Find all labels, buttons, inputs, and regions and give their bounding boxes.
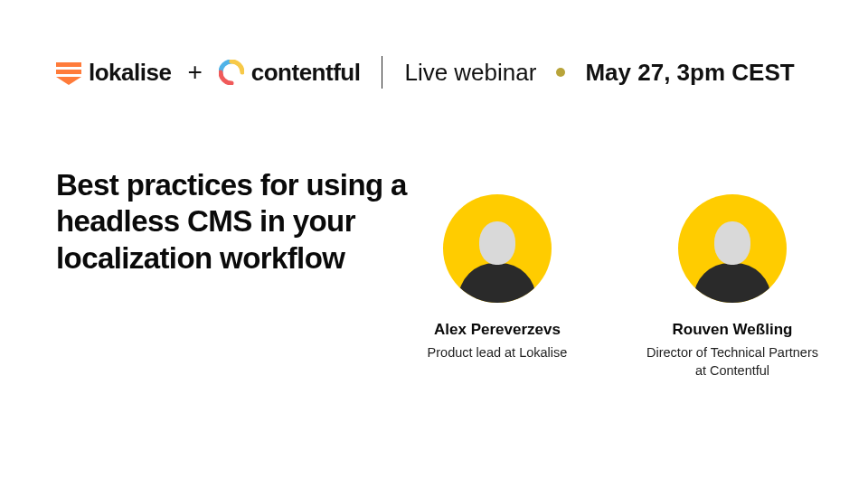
lokalise-icon xyxy=(56,60,81,85)
person-icon xyxy=(458,212,536,303)
header-bar: lokalise + contentful Live webinar May 2… xyxy=(56,56,812,89)
speaker-role: Director of Technical Partners at Conten… xyxy=(642,344,823,380)
page-title: Best practices for using a headless CMS … xyxy=(56,167,445,277)
speaker-role: Product lead at Lokalise xyxy=(428,344,568,362)
speaker-name: Rouven Weßling xyxy=(673,321,793,339)
bullet-dot-icon xyxy=(556,68,565,77)
avatar xyxy=(678,194,787,303)
contentful-logo: contentful xyxy=(219,59,361,87)
vertical-divider xyxy=(382,56,382,89)
webinar-datetime: May 27, 3pm CEST xyxy=(585,59,794,87)
speakers-row: Alex Pereverzevs Product lead at Lokalis… xyxy=(407,194,823,380)
lokalise-wordmark: lokalise xyxy=(89,59,171,87)
contentful-wordmark: contentful xyxy=(251,59,361,87)
avatar xyxy=(443,194,552,303)
contentful-icon xyxy=(219,60,244,85)
plus-separator: + xyxy=(187,58,202,87)
speaker-card: Alex Pereverzevs Product lead at Lokalis… xyxy=(407,194,588,380)
speaker-card: Rouven Weßling Director of Technical Par… xyxy=(642,194,823,380)
svg-rect-1 xyxy=(56,70,81,74)
speaker-name: Alex Pereverzevs xyxy=(434,321,561,339)
live-webinar-label: Live webinar xyxy=(404,59,536,87)
svg-rect-0 xyxy=(56,62,81,67)
person-icon xyxy=(693,212,771,303)
lokalise-logo: lokalise xyxy=(56,59,171,87)
